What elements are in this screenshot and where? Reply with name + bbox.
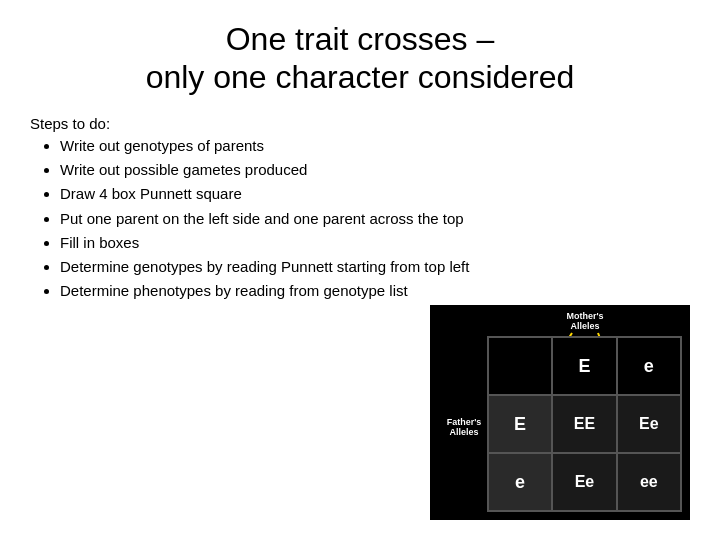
- title-line1: One trait crosses –: [226, 21, 495, 57]
- list-item: Write out possible gametes produced: [60, 158, 690, 181]
- punnett-left-allele-e2: e: [488, 453, 552, 511]
- svg-text:Alleles: Alleles: [449, 427, 478, 437]
- svg-text:Father's: Father's: [447, 417, 482, 427]
- page-title: One trait crosses – only one character c…: [30, 20, 690, 97]
- punnett-cell-ee3: Ee: [552, 453, 616, 511]
- punnett-square: Mother's Alleles Father's Alleles: [430, 305, 690, 520]
- svg-text:Mother's: Mother's: [566, 311, 603, 321]
- list-item: Write out genotypes of parents: [60, 134, 690, 157]
- punnett-background: Mother's Alleles Father's Alleles: [430, 305, 690, 520]
- title-line2: only one character considered: [146, 59, 575, 95]
- svg-text:Alleles: Alleles: [570, 321, 599, 331]
- punnett-left-allele-e: E: [488, 395, 552, 453]
- punnett-cell-ee2: Ee: [617, 395, 681, 453]
- punnett-cell-ee4: ee: [617, 453, 681, 511]
- punnett-table: E e E EE Ee e Ee ee: [487, 336, 682, 512]
- punnett-top-allele-e: E: [552, 337, 616, 395]
- list-item: Fill in boxes: [60, 231, 690, 254]
- list-item: Determine phenotypes by reading from gen…: [60, 279, 690, 302]
- list-item: Determine genotypes by reading Punnett s…: [60, 255, 690, 278]
- page: One trait crosses – only one character c…: [0, 0, 720, 540]
- punnett-cell-ee: EE: [552, 395, 616, 453]
- list-item: Draw 4 box Punnett square: [60, 182, 690, 205]
- bullet-list: Write out genotypes of parents Write out…: [30, 134, 690, 303]
- punnett-empty-corner: [488, 337, 552, 395]
- punnett-top-allele-e2: e: [617, 337, 681, 395]
- steps-label: Steps to do:: [30, 115, 690, 132]
- list-item: Put one parent on the left side and one …: [60, 207, 690, 230]
